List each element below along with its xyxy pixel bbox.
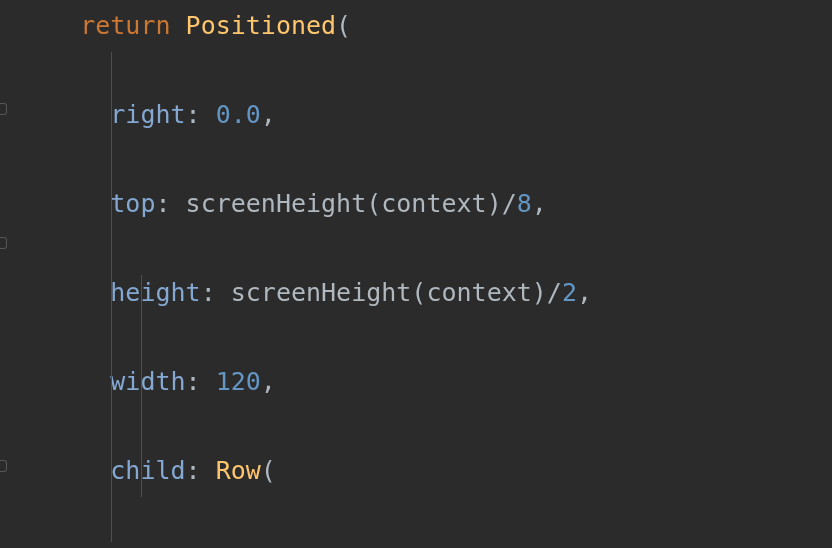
fold-gutter-mark[interactable] [0,103,7,115]
code-line: child: Row( [20,449,832,494]
code-line: width: 120, [20,360,832,405]
param-right: right [110,100,185,129]
code-editor[interactable]: return Positioned( right: 0.0, top: scre… [0,0,832,548]
gutter [0,0,8,548]
code-line: return Positioned( [20,4,832,49]
class-positioned: Positioned [186,11,337,40]
class-row: Row [216,456,261,485]
value-width: 120 [216,367,261,396]
param-child: child [110,456,185,485]
code-line: right: 0.0, [20,93,832,138]
arg-context: context [381,189,486,218]
code-line: top: screenHeight(context)/8, [20,182,832,227]
param-width: width [110,367,185,396]
param-height: height [110,278,200,307]
paren-open: ( [336,11,351,40]
paren-open: ( [261,456,276,485]
value-top-div: 8 [517,189,532,218]
param-top: top [110,189,155,218]
code-line: height: screenHeight(context)/2, [20,271,832,316]
fold-gutter-mark[interactable] [0,460,7,472]
value-height-div: 2 [562,278,577,307]
fold-gutter-mark[interactable] [0,237,7,249]
fn-screenheight: screenHeight [231,278,412,307]
fn-screenheight: screenHeight [186,189,367,218]
arg-context: context [426,278,531,307]
code-line: children: [ [20,538,832,548]
value-right: 0.0 [216,100,261,129]
keyword-return: return [80,11,170,40]
